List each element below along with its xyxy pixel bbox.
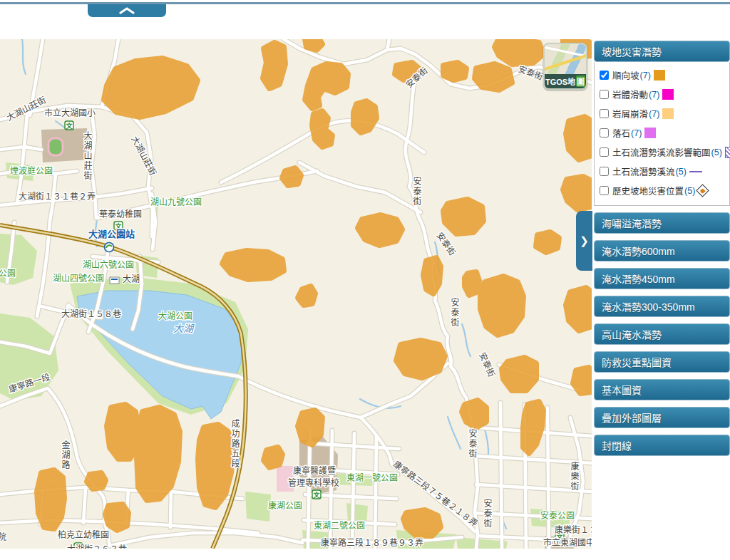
svg-text:文: 文 — [65, 122, 73, 130]
layer-checkbox[interactable] — [600, 147, 609, 157]
top-panel-collapse-tab[interactable] — [88, 4, 166, 17]
svg-text:大湖街１５８巷: 大湖街１５８巷 — [61, 308, 121, 319]
layer-row: 土石流潛勢溪流 (5) — [598, 162, 728, 181]
svg-text:湖山四號公園: 湖山四號公園 — [53, 273, 104, 284]
sidebar-section[interactable]: 海嘯溢淹潛勢 — [594, 212, 730, 234]
layer-count: (7) — [649, 90, 659, 100]
layer-checkbox[interactable] — [600, 186, 609, 195]
layer-count: (5) — [711, 147, 722, 157]
layer-sidebar: 坡地災害潛勢 順向坡 (7) 岩體滑動 (7) 岩屑崩滑 (7) 落石 (7) — [594, 41, 730, 456]
layer-checkbox[interactable] — [600, 109, 609, 118]
svg-text:康樂街１３: 康樂街１３ — [555, 524, 592, 535]
station-icon — [110, 277, 119, 284]
svg-text:安泰公園: 安泰公園 — [540, 510, 575, 521]
svg-text:湖山六號公園: 湖山六號公園 — [83, 259, 134, 270]
layer-row: 歷史坡地災害位置 (5) — [598, 181, 728, 200]
svg-text:管理專科學校: 管理專科學校 — [288, 477, 339, 488]
svg-text:柏克立幼稚園: 柏克立幼稚園 — [58, 529, 109, 540]
svg-text:大湖山莊街: 大湖山莊街 — [82, 131, 92, 181]
sidebar-section[interactable]: 淹水潛勢600mm — [594, 240, 730, 261]
chevron-up-icon — [118, 6, 136, 15]
svg-text:東湖一號公園: 東湖一號公園 — [346, 472, 398, 483]
sidebar-section[interactable]: 疊加外部圖層 — [594, 407, 730, 428]
layer-checkbox[interactable] — [600, 167, 609, 176]
layer-row: 岩體滑動 (7) — [598, 85, 728, 104]
layer-label: 土石流潛勢溪流影響範圍 — [612, 145, 711, 159]
layer-swatch — [689, 171, 702, 172]
collapsed-sections: 海嘯溢淹潛勢 淹水潛勢600mm 淹水潛勢450mm 淹水潛勢300-350mm… — [594, 212, 730, 456]
svg-text:安泰街: 安泰街 — [467, 428, 477, 459]
layer-swatch — [662, 89, 674, 100]
svg-text:大湖公園: 大湖公園 — [158, 311, 192, 321]
tgos-label: TGOS地 圖 — [545, 74, 586, 88]
sidebar-section-header[interactable]: 坡地災害潛勢 — [594, 41, 730, 62]
layer-row: 順向坡 (7) — [598, 66, 728, 85]
layer-label: 土石流潛勢溪流 — [612, 165, 675, 178]
layer-checkbox[interactable] — [600, 71, 609, 80]
svg-text:東湖二號公園: 東湖二號公園 — [314, 520, 365, 531]
svg-text:大湖街２６３巷: 大湖街２６３巷 — [67, 544, 127, 549]
layer-count: (7) — [640, 71, 651, 81]
layer-label: 落石 — [612, 126, 630, 140]
sidebar-section[interactable]: 淹水潛勢450mm — [594, 268, 730, 289]
svg-text:安泰街: 安泰街 — [482, 498, 492, 529]
layer-label: 岩體滑動 — [612, 88, 648, 101]
layer-label: 岩屑崩滑 — [612, 107, 648, 120]
layer-row: 岩屑崩滑 (7) — [598, 104, 728, 123]
chevron-right-icon: ❯ — [580, 234, 589, 247]
app-window: { "top_bar": {"collapse_tooltip": "colla… — [0, 0, 730, 560]
layer-swatch — [725, 147, 730, 158]
panel-title: 坡地災害潛勢 — [602, 44, 662, 58]
layer-count: (7) — [631, 128, 642, 138]
map-canvas[interactable]: 文文文文文大湖山莊街市立大湖國小大湖山莊街大湖山莊街煙波庭公園大湖街１３１巷２弄… — [0, 39, 592, 549]
tgos-thumbnail — [545, 44, 586, 74]
sidebar-section[interactable]: 防救災重點圖資 — [594, 351, 730, 373]
svg-text:成功路五段: 成功路五段 — [230, 419, 240, 469]
layer-row: 土石流潛勢溪流影響範圍 (5) — [598, 142, 728, 162]
layer-count: (5) — [676, 167, 687, 177]
svg-text:院: 院 — [0, 532, 6, 542]
svg-text:華泰幼稚園: 華泰幼稚園 — [99, 209, 142, 219]
svg-text:市立東湖國中: 市立東湖國中 — [543, 537, 592, 548]
sidebar-section[interactable]: 淹水潛勢300-350mm — [594, 296, 730, 317]
layer-list: 順向坡 (7) 岩體滑動 (7) 岩屑崩滑 (7) 落石 (7) 土石流潛勢溪流… — [594, 62, 730, 206]
layer-swatch — [696, 184, 709, 197]
layer-checkbox[interactable] — [600, 90, 609, 99]
layer-count: (5) — [684, 186, 695, 196]
svg-text:康湖公園: 康湖公園 — [268, 500, 302, 511]
sidebar-section[interactable]: 封閉線 — [594, 435, 730, 456]
layer-label: 歷史坡地災害位置 — [612, 184, 684, 197]
svg-text:文: 文 — [312, 491, 320, 499]
svg-text:康寧醫護暨: 康寧醫護暨 — [293, 465, 336, 476]
svg-text:湖山九號公園: 湖山九號公園 — [150, 197, 202, 207]
svg-text:大湖街１３１巷２弄: 大湖街１３１巷２弄 — [19, 191, 96, 202]
layer-swatch — [654, 70, 665, 81]
sidebar-section[interactable]: 基本圖資 — [594, 379, 730, 400]
sidebar-section[interactable]: 高山淹水潛勢 — [594, 323, 730, 345]
svg-text:安泰街: 安泰街 — [449, 297, 459, 328]
layer-checkbox[interactable] — [600, 128, 609, 138]
svg-text:大湖公園站: 大湖公園站 — [88, 229, 135, 239]
svg-text:金湖路: 金湖路 — [60, 440, 70, 470]
svg-text:安泰街: 安泰街 — [411, 176, 421, 207]
svg-text:康樂街: 康樂街 — [569, 461, 579, 492]
svg-text:大湖: 大湖 — [123, 274, 140, 284]
tgos-basemap-button[interactable]: TGOS地 圖 — [543, 43, 587, 90]
layer-swatch — [644, 128, 656, 138]
layer-count: (7) — [649, 109, 659, 119]
layer-row: 落石 (7) — [598, 123, 728, 142]
svg-text:大湖: 大湖 — [173, 323, 195, 334]
svg-text:煙波庭公園: 煙波庭公園 — [10, 165, 53, 176]
layer-label: 順向坡 — [612, 68, 639, 82]
svg-text:市立大湖國小: 市立大湖國小 — [44, 108, 96, 118]
layer-swatch — [662, 108, 674, 119]
sidebar-collapse-handle[interactable]: ❯ — [576, 211, 592, 271]
svg-text:康寧路三段１８９巷９３弄: 康寧路三段１８９巷９３弄 — [321, 537, 423, 548]
svg-text:功公園: 功公園 — [0, 269, 16, 279]
